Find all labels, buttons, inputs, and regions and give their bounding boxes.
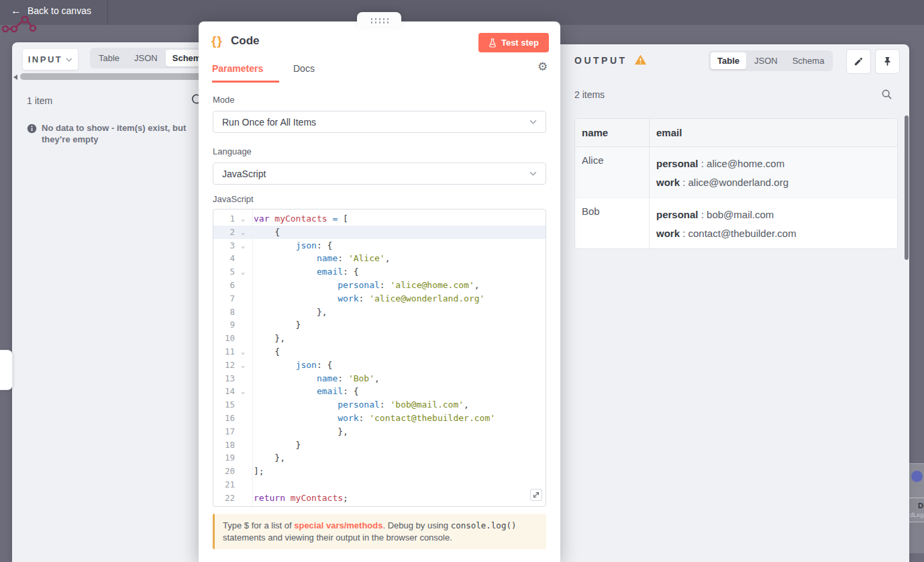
code-line-21[interactable]: 21 bbox=[213, 478, 546, 491]
code-text: json: { bbox=[251, 359, 332, 372]
test-step-button[interactable]: Test step bbox=[478, 33, 549, 52]
fold-chevron-icon[interactable]: ⌄ bbox=[235, 359, 251, 372]
fold-chevron-icon[interactable]: ⌄ bbox=[235, 385, 251, 398]
code-line-20[interactable]: 20]; bbox=[213, 465, 546, 478]
code-line-6[interactable]: 6 personal: 'alice@home.com', bbox=[213, 279, 546, 292]
test-step-label: Test step bbox=[501, 38, 539, 48]
left-panel-handle[interactable] bbox=[0, 350, 13, 390]
pencil-icon bbox=[854, 56, 864, 66]
output-tab-schema[interactable]: Schema bbox=[786, 52, 831, 69]
code-line-10[interactable]: 10 }, bbox=[213, 332, 546, 345]
output-tab-table[interactable]: Table bbox=[711, 52, 746, 69]
code-text: }, bbox=[251, 451, 285, 465]
pin-data-button[interactable] bbox=[875, 49, 900, 74]
line-number: 17 bbox=[213, 425, 235, 438]
code-line-13[interactable]: 13 name: 'Bob', bbox=[213, 372, 546, 385]
table-row[interactable]: Bobpersonal : bob@mail.comwork : contact… bbox=[575, 198, 897, 248]
cell-name: Alice bbox=[575, 147, 650, 198]
background-edge-content: Dis dLega bbox=[909, 0, 924, 562]
hint-text: statements and viewing their output in t… bbox=[223, 532, 452, 543]
tab-docs[interactable]: Docs bbox=[293, 63, 315, 74]
code-line-8[interactable]: 8 }, bbox=[213, 306, 546, 319]
code-line-3[interactable]: 3⌄ json: { bbox=[213, 239, 546, 252]
line-number: 2 bbox=[213, 226, 235, 239]
code-text: } bbox=[251, 438, 301, 452]
code-text: personal: 'alice@home.com', bbox=[251, 279, 480, 292]
mode-select[interactable]: Run Once for All Items bbox=[213, 111, 546, 133]
code-text: }, bbox=[251, 332, 285, 345]
input-items-count: 1 item bbox=[27, 95, 52, 106]
fold-chevron-icon[interactable]: ⌄ bbox=[235, 239, 251, 252]
code-line-1[interactable]: 1⌄var myContacts = [ bbox=[213, 212, 546, 226]
horizontal-scrollbar[interactable] bbox=[20, 73, 208, 80]
table-row[interactable]: Alicepersonal : alice@home.comwork : ali… bbox=[575, 147, 897, 198]
fold-spacer bbox=[235, 292, 251, 306]
line-number: 3 bbox=[213, 239, 235, 252]
console-log-code: console.log() bbox=[451, 520, 517, 530]
edit-output-button[interactable] bbox=[846, 49, 871, 74]
mode-value: Run Once for All Items bbox=[222, 117, 316, 128]
output-vertical-scrollbar[interactable] bbox=[905, 115, 909, 260]
email-key-value: personal : bob@mail.com bbox=[656, 205, 890, 224]
output-table: name email Alicepersonal : alice@home.co… bbox=[574, 118, 898, 249]
pin-icon bbox=[882, 56, 892, 66]
search-icon[interactable] bbox=[881, 89, 892, 100]
special-vars-link[interactable]: special vars/methods bbox=[294, 520, 382, 530]
line-number: 11 bbox=[213, 345, 235, 359]
output-view-tabs: Table JSON Schema bbox=[709, 50, 833, 71]
code-text: return myContacts; bbox=[251, 491, 348, 505]
code-line-4[interactable]: 4 name: 'Alice', bbox=[213, 252, 546, 265]
scroll-left-arrow-icon[interactable] bbox=[13, 75, 17, 80]
code-line-12[interactable]: 12⌄ json: { bbox=[213, 359, 546, 372]
resize-icon bbox=[533, 491, 540, 498]
line-number: 22 bbox=[213, 491, 235, 505]
gutter-separator bbox=[252, 209, 253, 506]
code-line-2[interactable]: 2⌄ { bbox=[213, 226, 546, 239]
fold-chevron-icon[interactable]: ⌄ bbox=[235, 345, 251, 359]
code-line-19[interactable]: 19 }, bbox=[213, 451, 546, 465]
language-select[interactable]: JavaScript bbox=[213, 162, 546, 185]
language-value: JavaScript bbox=[222, 169, 266, 179]
fold-spacer bbox=[235, 279, 251, 292]
code-text: }, bbox=[251, 306, 327, 319]
fold-chevron-icon[interactable]: ⌄ bbox=[235, 226, 251, 239]
editor-label: JavaScript bbox=[213, 194, 254, 204]
code-line-16[interactable]: 16 work: 'contact@thebuilder.com' bbox=[213, 412, 546, 425]
fold-spacer bbox=[235, 465, 251, 478]
modal-drag-handle[interactable] bbox=[357, 12, 401, 27]
code-node-icon: {} bbox=[211, 34, 223, 48]
code-line-17[interactable]: 17 }, bbox=[213, 425, 546, 438]
code-line-11[interactable]: 11⌄ { bbox=[213, 345, 546, 359]
code-text: email: { bbox=[251, 265, 359, 279]
input-tab-json[interactable]: JSON bbox=[127, 50, 164, 66]
input-tab-table[interactable]: Table bbox=[92, 50, 126, 66]
fold-spacer bbox=[235, 412, 251, 425]
code-text: } bbox=[251, 318, 301, 332]
tab-parameters[interactable]: Parameters bbox=[212, 63, 263, 74]
code-line-18[interactable]: 18 } bbox=[213, 438, 546, 452]
hint-text: Type $ for a list of bbox=[223, 520, 294, 530]
input-selector-dropdown[interactable]: INPUT bbox=[23, 49, 78, 70]
code-text: json: { bbox=[251, 239, 332, 252]
fold-spacer bbox=[235, 491, 251, 505]
code-line-14[interactable]: 14⌄ email: { bbox=[213, 385, 546, 398]
code-line-22[interactable]: 22return myContacts; bbox=[213, 491, 546, 505]
code-line-7[interactable]: 7 work: 'alice@wonderland.org' bbox=[213, 292, 546, 306]
code-line-9[interactable]: 9 } bbox=[213, 318, 546, 332]
gear-icon[interactable]: ⚙ bbox=[537, 61, 548, 73]
editor-resize-handle[interactable] bbox=[530, 489, 542, 501]
line-number: 19 bbox=[213, 451, 235, 465]
fold-chevron-icon[interactable]: ⌄ bbox=[235, 265, 251, 279]
line-number: 16 bbox=[213, 412, 235, 425]
node-title: Code bbox=[231, 34, 260, 48]
info-icon bbox=[27, 124, 37, 134]
code-text: name: 'Bob', bbox=[251, 372, 380, 385]
code-line-15[interactable]: 15 personal: 'bob@mail.com', bbox=[213, 398, 546, 412]
fold-spacer bbox=[235, 372, 251, 385]
code-line-5[interactable]: 5⌄ email: { bbox=[213, 265, 546, 279]
code-editor[interactable]: 1⌄var myContacts = [2⌄ {3⌄ json: {4 name… bbox=[213, 209, 546, 507]
output-tab-json[interactable]: JSON bbox=[748, 52, 784, 69]
warning-icon bbox=[635, 54, 646, 65]
fold-spacer bbox=[235, 451, 251, 465]
fold-chevron-icon[interactable]: ⌄ bbox=[235, 212, 251, 226]
